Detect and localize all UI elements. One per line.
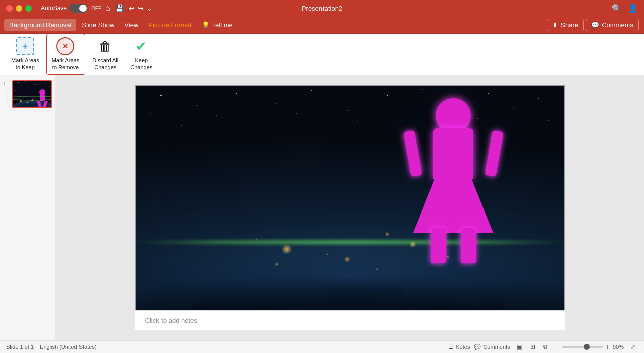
tell-me-label: Tell me [212, 21, 233, 29]
discard-all-button[interactable]: 🗑 Discard AllChanges [87, 34, 123, 74]
canvas-area: Click to add notes [55, 75, 644, 340]
slide-panel: 1 [0, 75, 55, 340]
autosave-control: AutoSave OFF [41, 4, 101, 13]
svg-point-19 [160, 95, 162, 96]
figure-leg-right [461, 228, 476, 263]
save-icon[interactable]: 💾 [115, 4, 124, 12]
svg-point-8 [16, 90, 16, 91]
minimize-button[interactable] [16, 5, 22, 12]
zoom-controls: − + 90% [555, 343, 624, 351]
window-title: Presentation2 [302, 5, 342, 12]
menu-bar-right: ⬆ Share 💬 Comments [547, 19, 644, 31]
mark-areas-remove-button[interactable]: Mark Areasto Remove [46, 34, 86, 74]
svg-point-16 [27, 102, 28, 103]
close-button[interactable] [6, 5, 13, 12]
redo-button[interactable]: ↪ [138, 4, 144, 12]
comments-icon: 💬 [591, 21, 599, 29]
home-icon[interactable]: ⌂ [105, 4, 110, 13]
mark-remove-label: Mark Areasto Remove [52, 57, 80, 70]
thumbnail-preview [13, 80, 51, 108]
svg-point-37 [538, 98, 539, 99]
notes-status-label: Notes [456, 344, 470, 350]
keep-label: KeepChanges [130, 57, 152, 70]
title-bar-left: AutoSave OFF ⌂ 💾 ↩ ↪ ⌄ [6, 4, 153, 13]
svg-point-28 [488, 93, 489, 94]
autosave-toggle[interactable] [69, 4, 88, 13]
zoom-out-button[interactable]: − [555, 343, 559, 351]
slide-thumb-inner [13, 81, 51, 107]
svg-point-26 [422, 89, 423, 90]
slide-canvas[interactable] [135, 85, 565, 310]
svg-point-31 [181, 125, 181, 126]
svg-point-21 [235, 93, 236, 94]
svg-point-4 [25, 81, 26, 82]
slide-thumbnail[interactable] [12, 80, 52, 108]
status-right: ☰ Notes 💬 Comments ▣ ⊞ ⧉ − + 90% ⤢ [449, 342, 638, 351]
keep-changes-button[interactable]: ✔ KeepChanges [125, 34, 157, 74]
menu-bar: Background Removal Slide Show View Pictu… [0, 16, 644, 34]
title-bar: AutoSave OFF ⌂ 💾 ↩ ↪ ⌄ Presentation2 🔍 👤 [0, 0, 644, 16]
undo-button[interactable]: ↩ [129, 4, 135, 12]
menu-slideshow[interactable]: Slide Show [76, 19, 119, 31]
svg-rect-13 [38, 108, 41, 108]
mark-keep-icon [16, 37, 34, 55]
language-info: English (United States) [40, 344, 97, 350]
mark-remove-icon [56, 37, 74, 55]
menu-view[interactable]: View [119, 19, 143, 31]
zoom-thumb [584, 344, 590, 350]
slide-number: 1 [3, 80, 10, 87]
svg-point-29 [513, 108, 513, 108]
search-icon[interactable]: 🔍 [612, 4, 622, 13]
toolbar-controls: ⌂ 💾 ↩ ↪ ⌄ [105, 4, 153, 13]
menu-background-removal[interactable]: Background Removal [4, 19, 76, 31]
grid-view-button[interactable]: ⊞ [527, 342, 538, 351]
undo-redo-group: ↩ ↪ ⌄ [129, 4, 153, 12]
slide-info: Slide 1 of 1 [6, 344, 34, 350]
notes-toggle-button[interactable]: ☰ Notes [449, 344, 470, 350]
main-area: 1 [0, 75, 644, 340]
svg-point-6 [46, 82, 46, 83]
zoom-in-button[interactable]: + [606, 343, 610, 351]
svg-point-9 [28, 88, 29, 88]
svg-point-33 [357, 120, 357, 121]
comments-status-button[interactable]: 💬 Comments [474, 344, 510, 350]
figure-leg-left [431, 228, 446, 263]
figure-arm-right [485, 130, 503, 177]
title-bar-right: 🔍 👤 [612, 4, 638, 13]
autosave-state: OFF [91, 6, 101, 11]
mark-areas-keep-button[interactable]: Mark Areasto Keep [6, 34, 44, 74]
figure-body [403, 98, 504, 269]
keep-icon: ✔ [132, 37, 150, 55]
status-left: Slide 1 of 1 English (United States) [6, 344, 97, 350]
list-item: 1 [2, 79, 53, 109]
maximize-button[interactable] [25, 5, 32, 12]
svg-point-22 [276, 103, 277, 103]
figure-torso [433, 128, 473, 179]
mark-keep-label: Mark Areasto Keep [11, 57, 39, 70]
reading-view-button[interactable]: ⧉ [540, 342, 551, 351]
person-icon[interactable]: 👤 [628, 4, 638, 13]
figure-arm-left [403, 130, 422, 177]
normal-view-button[interactable]: ▣ [514, 342, 525, 351]
more-button[interactable]: ⌄ [147, 4, 153, 12]
view-buttons: ▣ ⊞ ⧉ [514, 342, 551, 351]
fit-slide-button[interactable]: ⤢ [628, 342, 638, 351]
notes-icon: ☰ [449, 344, 454, 350]
svg-point-23 [311, 90, 312, 91]
svg-rect-14 [44, 108, 46, 108]
svg-point-3 [18, 82, 19, 83]
svg-point-15 [20, 100, 22, 102]
comments-status-label: Comments [483, 344, 510, 350]
zoom-slider[interactable] [562, 346, 603, 348]
figure-silhouette [403, 98, 504, 269]
comments-button[interactable]: 💬 Comments [586, 19, 639, 31]
share-button[interactable]: ⬆ Share [547, 19, 584, 31]
svg-point-34 [296, 113, 297, 114]
tell-me-menu[interactable]: 💡 Tell me [197, 19, 238, 31]
menu-picture-format[interactable]: Picture Format [143, 19, 196, 31]
svg-point-5 [35, 84, 36, 84]
status-bar: Slide 1 of 1 English (United States) ☰ N… [0, 340, 644, 353]
comments-status-icon: 💬 [474, 344, 481, 350]
notes-area[interactable]: Click to add notes [135, 310, 565, 330]
discard-label: Discard AllChanges [92, 57, 118, 70]
